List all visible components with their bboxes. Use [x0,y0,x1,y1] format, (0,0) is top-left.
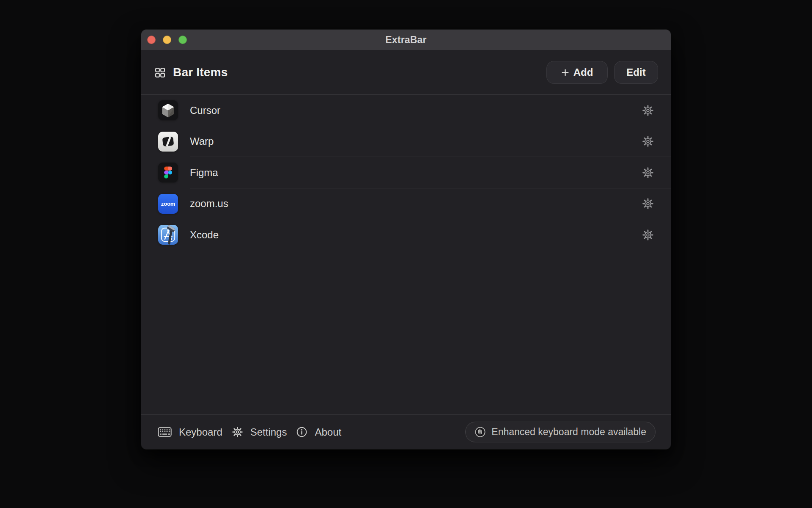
list-item-label: Cursor [190,105,220,116]
enhanced-keyboard-badge[interactable]: Enhanced keyboard mode available [465,422,656,442]
raised-hand-icon [475,426,486,438]
page-title: Bar Items [173,66,228,79]
close-window-button[interactable] [147,36,156,44]
bar-items-list: Cursor [141,95,671,251]
cursor-app-icon [158,100,178,120]
about-button-label: About [315,426,341,438]
item-settings-button[interactable] [642,135,654,147]
item-settings-button[interactable] [642,167,654,179]
window-title: ExtraBar [385,34,427,46]
gear-icon [642,105,654,116]
keyboard-button[interactable]: Keyboard [158,426,222,438]
add-button[interactable]: Add [546,61,608,84]
list-item-label: Warp [190,135,214,147]
plus-icon [561,69,569,77]
list-item-cursor[interactable]: Cursor [141,95,671,126]
settings-button-label: Settings [250,426,287,438]
header: Bar Items Add Edit [141,50,671,95]
keyboard-icon [158,427,172,437]
item-settings-button[interactable] [642,198,654,210]
footer: Keyboard Settings About Enhanced keyboar… [141,414,671,449]
about-button[interactable]: About [296,426,341,438]
xcode-app-icon [158,225,178,245]
list-item-label: zoom.us [190,198,228,210]
header-buttons: Add Edit [546,61,658,84]
empty-area [141,251,671,415]
edit-button-label: Edit [626,66,645,78]
traffic-lights [147,30,187,50]
edit-button[interactable]: Edit [614,61,658,84]
list-item-xcode[interactable]: Xcode [141,219,671,251]
list-item-label: Xcode [190,229,219,241]
keyboard-button-label: Keyboard [179,426,222,438]
title-bar[interactable]: ExtraBar [141,30,671,50]
list-item-zoom[interactable]: zoom zoom.us [141,188,671,220]
list-item-warp[interactable]: Warp [141,126,671,157]
gear-icon [642,135,654,147]
add-button-label: Add [573,66,593,78]
gear-icon [642,167,654,179]
list-item-figma[interactable]: Figma [141,157,671,188]
item-settings-button[interactable] [642,105,654,116]
info-icon [296,426,307,438]
warp-app-icon [158,132,178,152]
status-badge-label: Enhanced keyboard mode available [491,426,646,438]
zoom-icon-text: zoom [161,201,175,207]
header-left: Bar Items [155,66,228,79]
list-item-label: Figma [190,167,218,179]
settings-button[interactable]: Settings [232,426,287,438]
extrabar-window: ExtraBar Bar Items Add Edit [141,30,671,449]
grid-icon [155,67,165,78]
item-settings-button[interactable] [642,229,654,241]
gear-icon [642,229,654,241]
figma-app-icon [158,163,178,182]
zoom-app-icon: zoom [158,194,178,214]
zoom-window-button[interactable] [178,36,187,44]
gear-icon [232,426,243,438]
gear-icon [642,198,654,210]
minimize-window-button[interactable] [163,36,171,44]
